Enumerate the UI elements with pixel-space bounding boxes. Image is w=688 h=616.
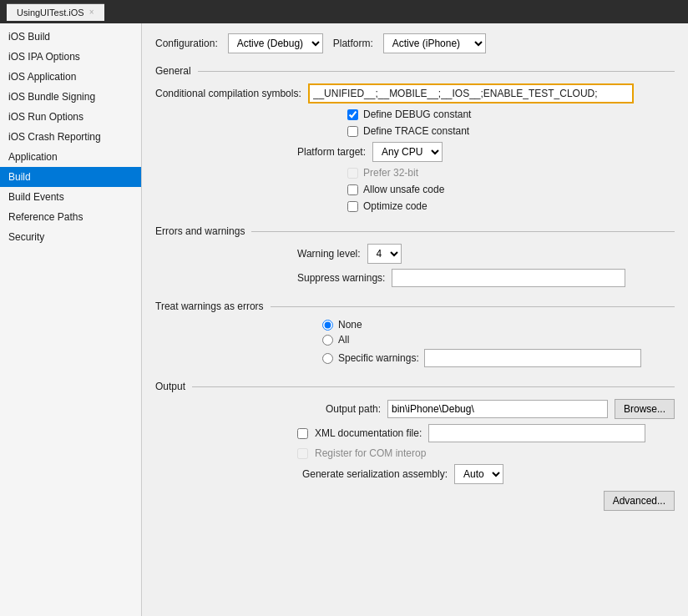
sidebar-item-ios-bundle-signing[interactable]: iOS Bundle Signing — [0, 87, 141, 107]
sidebar-item-ios-crash-reporting[interactable]: iOS Crash Reporting — [0, 127, 141, 147]
warning-level-select[interactable]: 4 0 1 2 3 — [367, 244, 402, 264]
config-row: Configuration: Active (Debug) Debug Rele… — [155, 33, 675, 53]
compilation-symbols-row: Conditional compilation symbols: — [155, 83, 675, 104]
compilation-input[interactable] — [308, 83, 634, 104]
output-section-header: Output — [155, 381, 675, 392]
close-icon[interactable]: × — [89, 8, 94, 17]
radio-specific-label: Specific warnings: — [338, 352, 419, 364]
title-bar: UsingUITest.iOS × — [0, 0, 688, 23]
radio-all-row: All — [322, 334, 675, 346]
config-select[interactable]: Active (Debug) Debug Release — [228, 33, 323, 53]
sidebar-item-security[interactable]: Security — [0, 227, 141, 247]
define-debug-row: Define DEBUG constant — [347, 109, 675, 120]
advanced-row: Advanced... — [155, 491, 675, 511]
suppress-row: Suppress warnings: — [297, 269, 675, 287]
com-interop-row: Register for COM interop — [297, 447, 675, 459]
treat-warnings-section: Treat warnings as errors None All Specif… — [155, 300, 675, 367]
sidebar-item-ios-application[interactable]: iOS Application — [0, 67, 141, 87]
define-trace-label: Define TRACE constant — [363, 125, 469, 137]
output-path-input[interactable] — [387, 400, 608, 418]
sidebar-item-ios-ipa-options[interactable]: iOS IPA Options — [0, 47, 141, 67]
radio-none-label: None — [338, 319, 362, 331]
com-interop-checkbox — [297, 448, 308, 459]
tab-label: UsingUITest.iOS — [17, 8, 84, 18]
output-section: Output Output path: Browse... XML docume… — [155, 381, 675, 511]
serialization-row: Generate serialization assembly: Auto On… — [297, 464, 675, 484]
serialization-label: Generate serialization assembly: — [297, 468, 448, 480]
define-trace-checkbox[interactable] — [347, 126, 358, 137]
general-section-header: General — [155, 65, 675, 77]
radio-none-row: None — [322, 319, 675, 331]
browse-button[interactable]: Browse... — [615, 399, 675, 419]
sidebar: iOS Build iOS IPA Options iOS Applicatio… — [0, 23, 142, 616]
xml-doc-row: XML documentation file: — [297, 424, 675, 442]
title-tab[interactable]: UsingUITest.iOS × — [7, 3, 104, 21]
warning-level-label: Warning level: — [297, 248, 361, 260]
advanced-button[interactable]: Advanced... — [604, 491, 675, 511]
warning-level-row: Warning level: 4 0 1 2 3 — [297, 244, 675, 264]
define-debug-label: Define DEBUG constant — [363, 109, 471, 120]
sidebar-item-build[interactable]: Build — [0, 167, 141, 187]
general-section: General Conditional compilation symbols:… — [155, 65, 675, 212]
output-path-row: Output path: Browse... — [297, 399, 675, 419]
platform-target-row: Platform target: Any CPU x86 x64 — [297, 142, 675, 162]
sidebar-item-reference-paths[interactable]: Reference Paths — [0, 207, 141, 227]
prefer-32bit-checkbox — [347, 168, 358, 179]
platform-target-select[interactable]: Any CPU x86 x64 — [372, 142, 443, 162]
suppress-label: Suppress warnings: — [297, 272, 385, 284]
specific-warnings-input[interactable] — [424, 349, 641, 367]
platform-target-label: Platform target: — [297, 146, 366, 158]
define-debug-checkbox[interactable] — [347, 109, 358, 120]
optimize-label: Optimize code — [363, 200, 427, 212]
optimize-checkbox[interactable] — [347, 201, 358, 212]
xml-doc-label: XML documentation file: — [315, 427, 422, 439]
serialization-select[interactable]: Auto On Off — [454, 464, 503, 484]
sidebar-item-ios-build[interactable]: iOS Build — [0, 27, 141, 47]
com-interop-label: Register for COM interop — [315, 447, 426, 459]
allow-unsafe-label: Allow unsafe code — [363, 184, 444, 195]
content-area: Configuration: Active (Debug) Debug Rele… — [142, 23, 688, 616]
compilation-label: Conditional compilation symbols: — [155, 88, 301, 99]
errors-warnings-section: Errors and warnings Warning level: 4 0 1… — [155, 225, 675, 287]
sidebar-item-ios-run-options[interactable]: iOS Run Options — [0, 107, 141, 127]
prefer-32bit-row: Prefer 32-bit — [347, 167, 675, 179]
allow-unsafe-row: Allow unsafe code — [347, 184, 675, 195]
prefer-32bit-label: Prefer 32-bit — [363, 167, 418, 179]
allow-unsafe-checkbox[interactable] — [347, 184, 358, 195]
platform-label: Platform: — [333, 38, 373, 49]
radio-none[interactable] — [322, 320, 333, 331]
treat-section-header: Treat warnings as errors — [155, 300, 675, 312]
main-layout: iOS Build iOS IPA Options iOS Applicatio… — [0, 23, 688, 616]
radio-all[interactable] — [322, 335, 333, 346]
sidebar-item-application[interactable]: Application — [0, 147, 141, 167]
define-trace-row: Define TRACE constant — [347, 125, 675, 137]
output-inner: Output path: Browse... XML documentation… — [297, 399, 675, 459]
sidebar-item-build-events[interactable]: Build Events — [0, 187, 141, 207]
xml-doc-input[interactable] — [428, 424, 645, 442]
xml-doc-checkbox[interactable] — [297, 428, 308, 439]
errors-section-header: Errors and warnings — [155, 225, 675, 237]
radio-specific[interactable] — [322, 353, 333, 364]
suppress-input[interactable] — [392, 269, 625, 287]
output-path-label: Output path: — [297, 403, 381, 415]
optimize-row: Optimize code — [347, 200, 675, 212]
platform-select[interactable]: Active (iPhone) iPhone iPhoneSimulator — [383, 33, 486, 53]
radio-specific-row: Specific warnings: — [322, 349, 675, 367]
radio-all-label: All — [338, 334, 349, 346]
config-label: Configuration: — [155, 38, 218, 49]
